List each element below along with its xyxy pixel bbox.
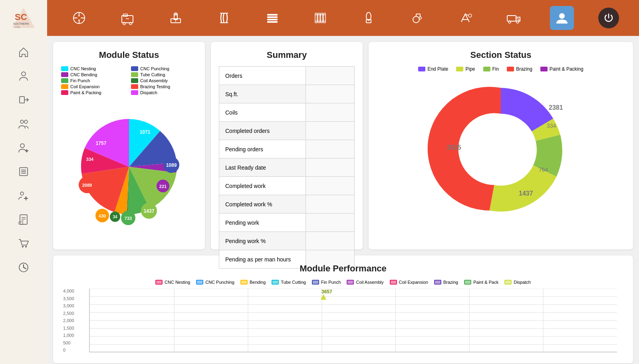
sidebar-add-person2[interactable]	[12, 186, 36, 206]
svg-rect-24	[267, 19, 278, 20]
svg-text:1437: 1437	[519, 190, 533, 197]
summary-label-pending-orders: Pending orders	[219, 140, 306, 158]
performance-card: Module Performance CNC Nesting CNC Punch…	[53, 255, 633, 363]
power-nav-button[interactable]	[598, 8, 619, 28]
summary-label-last-ready: Last Ready date	[219, 158, 306, 177]
svg-text:334: 334	[86, 157, 94, 162]
sidebar-login[interactable]	[12, 90, 36, 110]
sidebar-clock[interactable]	[12, 257, 36, 277]
svg-rect-47	[20, 97, 24, 103]
summary-value-completed-work-pct	[306, 195, 354, 214]
compass-nav-icon[interactable]	[67, 6, 91, 30]
svg-point-40	[468, 14, 472, 17]
summary-value-pending-work	[306, 214, 354, 232]
cnc-nav-icon[interactable]	[164, 6, 188, 30]
spray-nav-icon[interactable]	[405, 6, 429, 30]
summary-label-pending-work: Pending work	[219, 214, 306, 232]
summary-value-completed-work	[306, 177, 354, 195]
section-status-title: Section Status	[377, 50, 625, 60]
user-nav-button[interactable]	[550, 6, 574, 30]
svg-point-45	[559, 13, 565, 19]
sidebar-cart[interactable]	[12, 233, 36, 253]
svg-rect-25	[267, 21, 278, 23]
svg-line-70	[24, 267, 26, 269]
legend-fin-punch: Fin Punch	[61, 78, 127, 83]
performance-title: Module Performance	[61, 263, 625, 274]
svg-point-66	[22, 246, 24, 247]
summary-label-coils: Coils	[219, 103, 306, 122]
legend-coil-expansion: Coil Expansion	[61, 84, 127, 89]
sidebar-invoice[interactable]	[12, 210, 36, 229]
summary-row-pending-work-pct: Pending work %	[219, 232, 355, 250]
svg-text:430: 430	[99, 214, 106, 218]
summary-label-pending-man-hours: Pending as per man hours	[219, 250, 306, 269]
svg-text:764: 764	[539, 166, 548, 173]
svg-text:1437: 1437	[144, 208, 155, 214]
radiator-nav-icon[interactable]	[309, 6, 333, 30]
svg-text:1071: 1071	[140, 129, 151, 135]
logo-area: SC SOUTHERN COIL	[0, 0, 47, 36]
summary-value-pending-orders	[306, 140, 354, 158]
legend-perf-brazing: Brazing	[434, 280, 458, 285]
legend-perf-cnc-nesting: CNC Nesting	[155, 280, 190, 285]
svg-text:2381: 2381	[549, 104, 563, 111]
svg-point-58	[20, 192, 24, 195]
summary-row-completed-work: Completed work	[219, 177, 355, 195]
legend-dispatch: Dispatch	[131, 90, 197, 95]
svg-point-91	[465, 114, 537, 186]
module-status-pie: 1757 1071 1089 221 1437 733	[61, 99, 197, 235]
performance-chart: 4,000 3,500 3,000 2,500 2,000 1,500 1,00…	[89, 289, 617, 352]
legend-brazing-testing: Brazing Testing	[131, 84, 197, 89]
svg-text:SC: SC	[15, 12, 27, 22]
svg-point-51	[20, 144, 24, 148]
sidebar-add-person[interactable]	[12, 138, 36, 158]
summary-card: Summary Orders Sq.ft. Coils	[211, 42, 363, 249]
legend-pipe: Pipe	[456, 66, 475, 72]
summary-value-pending-work-pct	[306, 232, 354, 250]
delivery-nav-icon[interactable]	[502, 6, 526, 30]
summary-label-completed-work: Completed work	[219, 177, 306, 195]
summary-value-coils	[306, 103, 354, 122]
svg-text:COIL: COIL	[15, 26, 21, 28]
legend-paint-pack: Paint & Packing	[540, 66, 583, 72]
summary-label-completed-work-pct: Completed work %	[219, 195, 306, 214]
svg-marker-10	[78, 20, 80, 23]
sidebar	[0, 36, 47, 364]
summary-row-completed-orders: Completed orders	[219, 122, 355, 140]
svg-point-34	[413, 16, 419, 23]
bullet-nav-icon[interactable]	[357, 6, 381, 30]
main-content: Module Status CNC Nesting CNC Punching C…	[47, 36, 639, 364]
summary-label-completed-orders: Completed orders	[219, 122, 306, 140]
legend-perf-coil-expansion: Coil Expansion	[390, 280, 428, 285]
nav-icons	[47, 6, 639, 30]
y-axis-labels: 4,000 3,500 3,000 2,500 2,000 1,500 1,00…	[63, 289, 74, 352]
summary-title: Summary	[219, 50, 355, 60]
svg-point-46	[22, 72, 26, 76]
stack-nav-icon[interactable]	[260, 6, 284, 30]
legend-paint-packing: Paint & Packing	[61, 90, 127, 95]
section-status-donut: 2381 334 764 1437 2525	[377, 76, 625, 224]
sidebar-person[interactable]	[12, 66, 36, 86]
summary-table: Orders Sq.ft. Coils Completed orders	[219, 66, 355, 269]
svg-rect-42	[507, 16, 516, 21]
legend-cnc-nesting: CNC Nesting	[61, 66, 127, 71]
svg-text:334: 334	[547, 123, 556, 129]
module-status-title: Module Status	[61, 50, 197, 60]
svg-text:34: 34	[113, 215, 117, 219]
machine-nav-icon[interactable]	[115, 6, 139, 30]
summary-label-sqft: Sq.ft.	[219, 85, 306, 103]
summary-row-pending-orders: Pending orders	[219, 140, 355, 158]
legend-perf-fin-punch: Fin Punch	[312, 280, 341, 285]
summary-row-coils: Coils	[219, 103, 355, 122]
sidebar-home[interactable]	[12, 42, 36, 62]
spray2-nav-icon[interactable]	[453, 6, 477, 30]
sidebar-group[interactable]	[12, 114, 36, 134]
tube-nav-icon[interactable]	[212, 6, 236, 30]
svg-point-50	[24, 120, 28, 123]
svg-text:2525: 2525	[447, 144, 461, 151]
svg-text:SOUTHERN: SOUTHERN	[13, 22, 29, 25]
legend-perf-paint-pack: Paint & Pack	[464, 280, 498, 285]
legend-coil-assembly: Coil Assembly	[131, 78, 197, 83]
legend-cnc-bending: CNC Bending	[61, 72, 127, 77]
sidebar-list[interactable]	[12, 162, 36, 182]
